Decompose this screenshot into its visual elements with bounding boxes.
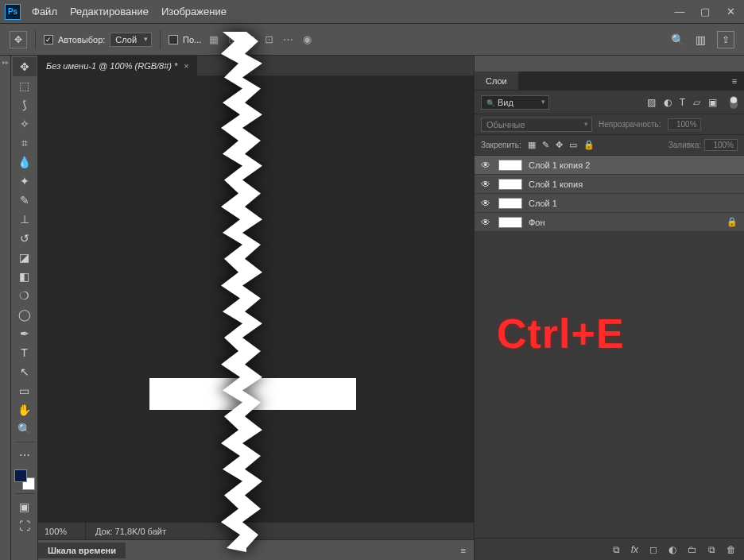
layer-name[interactable]: Слой 1 копия [529, 180, 583, 189]
close-button[interactable]: ✕ [722, 5, 739, 19]
rectangle-tool[interactable]: ▭ [13, 381, 37, 400]
layer-name[interactable]: Фон [529, 218, 545, 227]
opacity-field[interactable]: 100% [668, 118, 701, 130]
toolbar-collapse-strip[interactable]: ▸▸ [0, 56, 11, 560]
blend-mode-select[interactable]: Обычные [481, 118, 592, 132]
delete-layer-icon[interactable]: 🗑 [727, 544, 736, 555]
lock-all-icon[interactable]: 🔒 [583, 140, 595, 150]
lasso-tool[interactable]: ⟆ [13, 95, 37, 114]
magic-wand-tool[interactable]: ✧ [13, 114, 37, 133]
layer-thumbnail[interactable] [498, 198, 522, 209]
timeline-menu-icon[interactable]: ≡ [453, 546, 474, 555]
layer-thumbnail[interactable] [498, 160, 522, 171]
filter-type-icon[interactable]: T [680, 97, 685, 108]
lock-pixels-icon[interactable]: ✎ [542, 140, 549, 150]
visibility-toggle-icon[interactable]: 👁 [481, 198, 492, 209]
layer-style-icon[interactable]: fx [631, 544, 638, 555]
align-icon[interactable]: ⋯ [283, 33, 293, 45]
layer-mask-icon[interactable]: ◻ [649, 544, 657, 555]
lock-position-icon[interactable]: ✥ [556, 140, 563, 150]
clone-stamp-tool[interactable]: ⊥ [13, 210, 37, 229]
layer-filter-row: Вид ▨ ◐ T ▱ ▣ [475, 91, 744, 114]
document-info[interactable]: Док: 71,8K/0 байт [86, 527, 176, 536]
autoselect-checkbox[interactable] [44, 35, 53, 44]
3d-icon[interactable]: ◉ [303, 33, 312, 45]
pen-tool[interactable]: ✒ [13, 324, 37, 343]
panel-menu-icon[interactable]: ≡ [725, 71, 744, 90]
menu-edit[interactable]: Редактирование [70, 6, 149, 17]
eraser-tool[interactable]: ◪ [13, 248, 37, 267]
show-controls-checkbox[interactable] [169, 35, 178, 44]
autoselect-target-select[interactable]: Слой [110, 33, 152, 47]
share-button[interactable]: ⇪ [717, 31, 734, 48]
fill-field[interactable]: 100% [704, 139, 738, 151]
group-icon[interactable]: 🗀 [688, 544, 697, 555]
dodge-tool[interactable]: ◯ [13, 305, 37, 324]
layers-panel-tabs: Слои ≡ [475, 71, 744, 91]
lock-transparency-icon[interactable]: ▦ [528, 140, 536, 150]
canvas [38, 76, 474, 522]
app-logo: Ps [5, 4, 21, 20]
visibility-toggle-icon[interactable]: 👁 [481, 160, 492, 171]
new-layer-icon[interactable]: ⧉ [708, 544, 715, 555]
foreground-color-swatch[interactable] [14, 469, 27, 482]
gradient-tool[interactable]: ◧ [13, 267, 37, 286]
align-icon[interactable]: ⊞ [228, 33, 237, 45]
type-tool[interactable]: T [13, 343, 37, 362]
screenmode-toggle[interactable]: ⛶ [13, 516, 37, 535]
zoom-tool[interactable]: 🔍 [13, 419, 37, 438]
color-swatches[interactable] [14, 469, 35, 490]
menu-image[interactable]: Изображение [161, 6, 227, 17]
edit-toolbar[interactable]: ⋯ [13, 446, 37, 465]
visibility-toggle-icon[interactable]: 👁 [481, 179, 492, 190]
history-brush-tool[interactable]: ↺ [13, 229, 37, 248]
filter-shape-icon[interactable]: ▱ [693, 97, 700, 108]
layer-row[interactable]: 👁Фон🔒 [475, 213, 744, 232]
layer-row[interactable]: 👁Слой 1 [475, 194, 744, 213]
window-controls: — ▢ ✕ [671, 5, 739, 19]
filter-pixel-icon[interactable]: ▨ [647, 97, 656, 108]
healing-brush-tool[interactable]: ✦ [13, 172, 37, 191]
close-tab-icon[interactable]: × [184, 61, 188, 71]
brush-tool[interactable]: ✎ [13, 191, 37, 210]
lock-row: Закрепить: ▦ ✎ ✥ ▭ 🔒 Заливка: 100% [475, 135, 744, 156]
document-tab[interactable]: Без имени-1 @ 100% (RGB/8#) * × [38, 56, 197, 75]
timeline-tab[interactable]: Шкала времени [38, 543, 126, 558]
align-icon[interactable]: ⊟ [246, 33, 255, 45]
layer-filter-select[interactable]: Вид [481, 95, 549, 110]
eyedropper-tool[interactable]: 💧 [13, 153, 37, 172]
align-icon[interactable]: ▦ [209, 33, 219, 45]
link-layers-icon[interactable]: ⧉ [613, 544, 620, 555]
options-bar: ✥ Автовыбор: Слой По... ▦ ⊞ ⊟ ⊡ ⋯ ◉ 🔍 ▥ … [0, 24, 744, 56]
layer-name[interactable]: Слой 1 копия 2 [529, 160, 590, 170]
adjustment-layer-icon[interactable]: ◐ [668, 544, 676, 555]
layer-thumbnail[interactable] [498, 217, 522, 228]
path-selection-tool[interactable]: ↖ [13, 362, 37, 381]
layer-thumbnail[interactable] [498, 179, 522, 190]
hand-tool[interactable]: ✋ [13, 400, 37, 419]
maximize-button[interactable]: ▢ [696, 5, 714, 19]
minimize-button[interactable]: — [671, 5, 688, 19]
layer-row[interactable]: 👁Слой 1 копия 2 [475, 156, 744, 175]
layer-name[interactable]: Слой 1 [529, 199, 557, 208]
visibility-toggle-icon[interactable]: 👁 [481, 217, 492, 228]
crop-tool[interactable]: ⌗ [13, 133, 37, 153]
layer-row[interactable]: 👁Слой 1 копия [475, 175, 744, 194]
filter-adjustment-icon[interactable]: ◐ [664, 97, 672, 108]
search-icon[interactable]: 🔍 [671, 33, 684, 46]
zoom-field[interactable]: 100% [38, 523, 86, 539]
align-icons: ▦ ⊞ ⊟ ⊡ ⋯ ◉ [209, 33, 312, 45]
filter-smart-icon[interactable]: ▣ [708, 97, 717, 108]
marquee-tool[interactable]: ⬚ [13, 76, 37, 95]
menu-file[interactable]: Файл [32, 6, 57, 17]
layers-tab[interactable]: Слои [475, 71, 518, 90]
blend-row: Обычные Непрозрачность: 100% [475, 114, 744, 135]
canvas-viewport[interactable] [38, 76, 474, 522]
align-icon[interactable]: ⊡ [265, 33, 273, 45]
filter-toggle[interactable] [730, 96, 738, 109]
workspace-icon[interactable]: ▥ [696, 33, 706, 46]
move-tool[interactable]: ✥ [13, 57, 37, 76]
blur-tool[interactable]: ❍ [13, 286, 37, 305]
quickmask-toggle[interactable]: ▣ [13, 497, 37, 516]
lock-artboard-icon[interactable]: ▭ [569, 140, 577, 150]
